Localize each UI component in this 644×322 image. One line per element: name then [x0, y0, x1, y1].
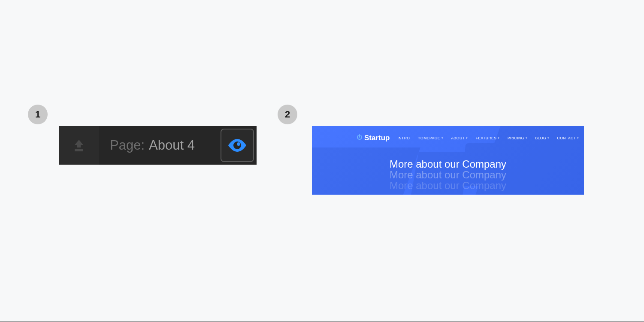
page-label: Page: — [110, 138, 145, 153]
upload-icon — [72, 139, 86, 152]
site-navigation: Startup INTRO HOMEPAGE ▾ ABOUT ▾ FEATURE… — [312, 126, 584, 142]
preview-button[interactable] — [221, 129, 254, 162]
hero-heading: More about our Company — [312, 159, 584, 169]
nav-label: FEATURES — [476, 136, 497, 140]
nav-label: BLOG — [535, 136, 546, 140]
step-badge-1: 1 — [28, 105, 48, 124]
step-badge-2: 2 — [278, 105, 297, 124]
nav-label: INTRO — [398, 136, 410, 140]
nav-homepage[interactable]: HOMEPAGE ▾ — [417, 136, 443, 140]
hero-heading-echo: More about our Company — [312, 180, 584, 191]
chevron-down-icon: ▾ — [441, 136, 444, 140]
hero-section: More about our Company More about our Co… — [312, 159, 584, 191]
site-logo[interactable]: Startup — [357, 134, 390, 142]
site-preview: Startup INTRO HOMEPAGE ▾ ABOUT ▾ FEATURE… — [312, 126, 584, 195]
nav-label: PRICING — [508, 136, 524, 140]
power-icon — [357, 134, 363, 142]
nav-intro[interactable]: INTRO — [398, 136, 410, 140]
svg-point-1 — [233, 141, 241, 149]
editor-toolbar: Page: About 4 — [59, 126, 257, 165]
nav-label: ABOUT — [451, 136, 465, 140]
upload-button[interactable] — [59, 126, 99, 165]
eye-icon — [227, 138, 248, 153]
nav-blog[interactable]: BLOG ▾ — [535, 136, 549, 140]
step-number: 2 — [285, 109, 290, 120]
chevron-down-icon: ▾ — [498, 136, 500, 140]
chevron-down-icon: ▾ — [547, 136, 550, 140]
step-number: 1 — [35, 109, 40, 120]
logo-text: Startup — [364, 134, 390, 142]
nav-label: CONTACT — [557, 136, 576, 140]
svg-point-2 — [237, 142, 240, 146]
nav-about[interactable]: ABOUT ▾ — [451, 136, 468, 140]
hero-heading-echo: More about our Company — [312, 169, 584, 180]
page-selector[interactable]: Page: About 4 — [99, 138, 221, 153]
chevron-down-icon: ▾ — [466, 136, 468, 140]
page-name: About 4 — [149, 138, 195, 153]
nav-label: HOMEPAGE — [417, 136, 440, 140]
svg-rect-0 — [75, 149, 83, 151]
nav-features[interactable]: FEATURES ▾ — [476, 136, 500, 140]
chevron-down-icon: ▾ — [526, 136, 528, 140]
chevron-down-icon: ▾ — [577, 136, 579, 140]
nav-contact[interactable]: CONTACT ▾ — [557, 136, 579, 140]
nav-pricing[interactable]: PRICING ▾ — [508, 136, 527, 140]
